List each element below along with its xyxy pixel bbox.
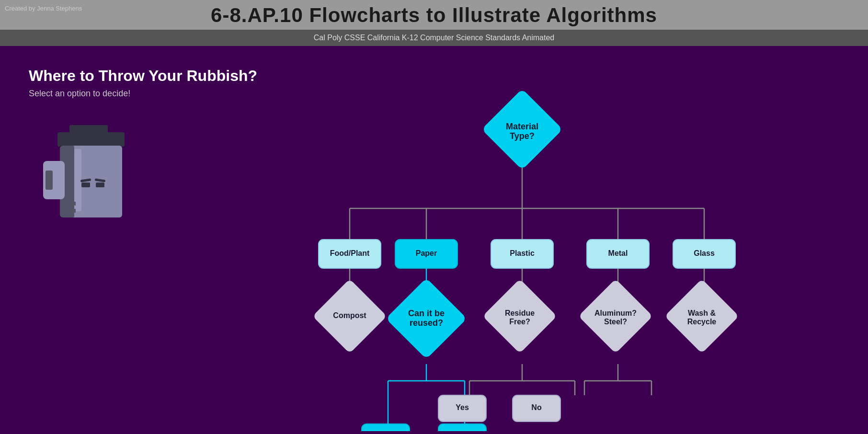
node-can-reuse[interactable]: Can it be reused? xyxy=(386,278,467,359)
node-plastic[interactable]: Plastic xyxy=(491,240,553,268)
svg-text:Free?: Free? xyxy=(509,318,530,326)
node-yes-residue[interactable]: Yes xyxy=(438,395,486,422)
svg-text:Glass: Glass xyxy=(694,249,715,257)
left-panel: Where to Throw Your Rubbish? Select an o… xyxy=(29,67,259,249)
svg-text:Material: Material xyxy=(506,122,538,131)
node-glass[interactable]: Glass xyxy=(673,240,735,268)
node-paper[interactable]: Paper xyxy=(395,240,457,268)
panel-heading: Where to Throw Your Rubbish? xyxy=(29,67,259,85)
node-reuse-no[interactable]: No xyxy=(438,424,486,431)
svg-rect-9 xyxy=(72,202,76,206)
svg-rect-70 xyxy=(438,424,486,431)
svg-rect-1 xyxy=(69,125,108,134)
header-bar: 6-8.AP.10 Flowcharts to Illustrate Algor… xyxy=(0,0,868,30)
node-food-plant[interactable]: Food/Plant xyxy=(319,240,381,268)
svg-text:Food/Plant: Food/Plant xyxy=(330,249,370,257)
svg-text:Compost: Compost xyxy=(333,311,366,320)
flowchart-svg: Material Type? Food/Plant Paper Plastic … xyxy=(287,67,853,431)
node-residue-free[interactable]: Residue Free? xyxy=(482,279,557,354)
svg-text:Residue: Residue xyxy=(505,309,535,317)
svg-rect-68 xyxy=(362,424,410,431)
node-material-type[interactable]: Material Type? xyxy=(481,89,563,170)
svg-rect-10 xyxy=(72,209,76,213)
svg-text:Paper: Paper xyxy=(416,249,437,257)
page-title: 6-8.AP.10 Flowcharts to Illustrate Algor… xyxy=(0,4,868,27)
svg-text:Steel?: Steel? xyxy=(604,318,627,326)
svg-text:Yes: Yes xyxy=(456,403,469,411)
node-no-residue[interactable]: No xyxy=(513,395,560,422)
svg-text:reused?: reused? xyxy=(410,318,443,328)
subtitle-text: Cal Poly CSSE California K-12 Computer S… xyxy=(314,34,554,42)
pixel-art-trashcan xyxy=(29,113,144,247)
svg-text:Recycle: Recycle xyxy=(687,318,717,326)
svg-text:Can it be: Can it be xyxy=(408,308,445,318)
node-compost[interactable]: Compost xyxy=(312,279,387,354)
svg-text:Aluminum?: Aluminum? xyxy=(594,309,637,317)
svg-rect-5 xyxy=(81,183,90,187)
svg-text:Metal: Metal xyxy=(608,249,628,257)
node-reuse-yes[interactable]: Yes xyxy=(362,424,410,431)
flowchart-area: Material Type? Food/Plant Paper Plastic … xyxy=(287,67,853,431)
svg-rect-6 xyxy=(96,183,104,187)
svg-text:No: No xyxy=(531,403,542,411)
svg-text:Plastic: Plastic xyxy=(510,249,535,257)
subtitle-bar: Cal Poly CSSE California K-12 Computer S… xyxy=(0,30,868,46)
svg-text:Type?: Type? xyxy=(510,131,535,141)
node-metal[interactable]: Metal xyxy=(587,240,649,268)
svg-text:Wash &: Wash & xyxy=(688,309,716,317)
creator-label: Created by Jenna Stephens xyxy=(5,5,82,12)
panel-subheading: Select an option to decide! xyxy=(29,89,259,99)
svg-rect-0 xyxy=(57,132,125,147)
node-wash-recycle[interactable]: Wash & Recycle xyxy=(664,279,739,354)
svg-rect-12 xyxy=(46,171,53,190)
node-aluminum-steel[interactable]: Aluminum? Steel? xyxy=(578,279,653,354)
